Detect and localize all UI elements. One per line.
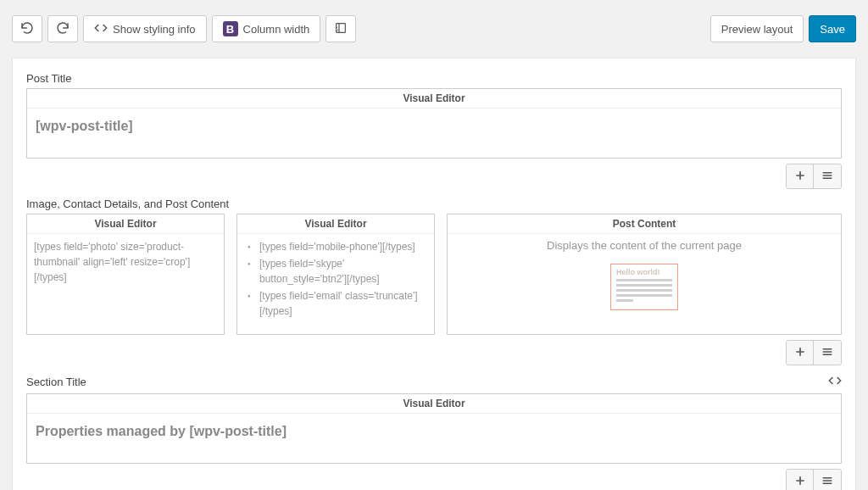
add-row-button[interactable] — [787, 470, 814, 490]
section-section-title: Section Title Visual Editor Properties m… — [26, 374, 842, 490]
preview-layout-button[interactable]: Preview layout — [710, 15, 804, 42]
save-button[interactable]: Save — [809, 15, 856, 42]
preview-label: Preview layout — [721, 23, 793, 36]
show-styling-label: Show styling info — [113, 23, 196, 36]
post-content-block[interactable]: Post Content Displays the content of the… — [447, 214, 842, 335]
menu-icon — [821, 345, 834, 361]
menu-icon — [821, 474, 834, 490]
show-styling-info-button[interactable]: Show styling info — [83, 15, 207, 42]
row-menu-button[interactable] — [814, 470, 841, 490]
plus-icon — [793, 474, 807, 490]
post-content-description: Displays the content of the current page — [454, 234, 834, 264]
editor-block[interactable]: Visual Editor [types field='mobile-phone… — [236, 214, 435, 335]
section-title: Post Title — [26, 72, 71, 85]
layout-settings-button[interactable] — [326, 15, 356, 42]
list-item: [types field='skype' button_style='btn2'… — [248, 256, 427, 287]
row-menu-button[interactable] — [814, 341, 841, 365]
post-content-preview: Hello world! — [610, 264, 678, 310]
editor-block[interactable]: Visual Editor Properties managed by [wpv… — [26, 393, 842, 464]
row-controls — [786, 469, 842, 490]
row-menu-button[interactable] — [814, 164, 841, 188]
undo-button[interactable] — [12, 15, 42, 42]
redo-button[interactable] — [47, 15, 78, 42]
add-row-button[interactable] — [787, 164, 814, 188]
row-controls — [786, 340, 842, 365]
section-title: Image, Contact Details, and Post Content — [26, 198, 229, 210]
editor-content: [wpv-post-title] — [36, 119, 832, 134]
editor-block[interactable]: Visual Editor [wpv-post-title] — [26, 88, 842, 159]
plus-icon — [793, 169, 807, 185]
editor-header: Visual Editor — [27, 394, 841, 414]
editor-content-list: [types field='mobile-phone'][/types] [ty… — [244, 239, 427, 319]
row-controls — [786, 164, 842, 189]
editor-header: Visual Editor — [27, 214, 224, 234]
preview-title: Hello world! — [616, 268, 672, 276]
plus-icon — [793, 345, 807, 361]
code-icon[interactable] — [828, 374, 842, 390]
editor-header: Visual Editor — [27, 89, 841, 109]
editor-header: Visual Editor — [237, 214, 434, 234]
section-post-title: Post Title Visual Editor [wpv-post-title… — [26, 72, 842, 189]
save-label: Save — [820, 23, 845, 36]
column-width-button[interactable]: B Column width — [212, 15, 321, 42]
svg-rect-0 — [337, 23, 346, 32]
redo-icon — [56, 21, 70, 37]
column-width-label: Column width — [243, 23, 310, 36]
editor-content: [types field='photo' size='product-thumb… — [34, 239, 217, 285]
list-item: [types field='email' class='truncate'][/… — [248, 288, 427, 319]
layout-icon — [334, 21, 348, 37]
section-title: Section Title — [26, 376, 86, 388]
editor-block[interactable]: Visual Editor [types field='photo' size=… — [26, 214, 225, 335]
editor-content: Properties managed by [wpv-post-title] — [36, 424, 832, 439]
code-icon — [94, 21, 108, 37]
undo-icon — [20, 21, 34, 37]
editor-header: Post Content — [448, 214, 841, 234]
section-image-contact-content: Image, Contact Details, and Post Content… — [26, 198, 842, 365]
layout-editor: Post Title Visual Editor [wpv-post-title… — [12, 58, 856, 490]
menu-icon — [821, 169, 834, 185]
add-row-button[interactable] — [787, 341, 814, 365]
list-item: [types field='mobile-phone'][/types] — [248, 239, 427, 254]
bootstrap-icon: B — [223, 21, 238, 36]
